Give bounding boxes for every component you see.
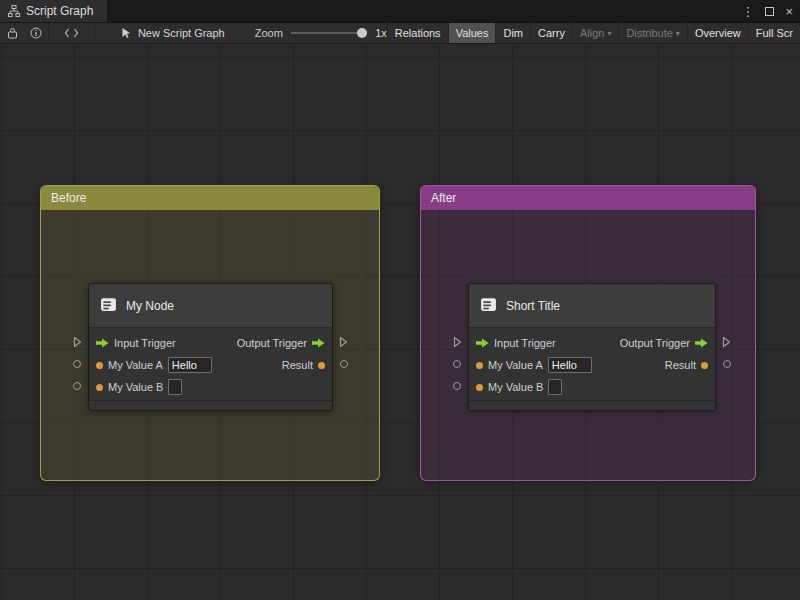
value-port-icon xyxy=(476,362,483,369)
chevron-down-icon: ▾ xyxy=(676,29,680,38)
flow-arrow-icon xyxy=(476,338,489,348)
zoom-knob[interactable] xyxy=(357,28,367,38)
flow-arrow-icon xyxy=(312,338,325,348)
value-b-input[interactable] xyxy=(548,379,562,395)
port-row: My Value A Result xyxy=(469,354,715,376)
node-header[interactable]: Short Title xyxy=(469,284,715,328)
toolbar-button-distribute[interactable]: Distribute▾ xyxy=(618,23,686,43)
port-row: Input Trigger Output Trigger xyxy=(89,332,332,354)
port-label: My Value B xyxy=(488,381,543,393)
port-row: My Value B xyxy=(469,376,715,398)
unit-icon xyxy=(100,296,117,316)
lock-icon[interactable] xyxy=(0,23,24,43)
port-label: Result xyxy=(665,359,696,371)
tab-script-graph[interactable]: Script Graph xyxy=(0,0,107,22)
port-label: Input Trigger xyxy=(494,337,556,349)
group-before-header[interactable]: Before xyxy=(41,186,379,210)
info-icon[interactable] xyxy=(24,23,48,43)
node-footer xyxy=(469,400,715,410)
node-ports: Input Trigger Output Trigger My Value A … xyxy=(89,328,332,400)
value-b-input[interactable] xyxy=(168,379,182,395)
window-controls: ⋮ × xyxy=(741,0,793,22)
value-port-icon xyxy=(318,362,325,369)
zoom-value: 1x xyxy=(375,27,387,39)
value-port-icon xyxy=(96,362,103,369)
value-port-icon xyxy=(476,384,483,391)
result-port[interactable] xyxy=(340,360,348,368)
close-icon[interactable]: × xyxy=(785,5,793,18)
port-label: My Value A xyxy=(108,359,163,371)
node-my-node[interactable]: My Node Input Trigger Output Trigger xyxy=(88,283,333,411)
value-a-input[interactable] xyxy=(548,357,592,373)
port-label: Output Trigger xyxy=(620,337,690,349)
output-trigger-port[interactable] xyxy=(722,336,731,348)
input-trigger-port[interactable] xyxy=(453,336,462,348)
node-footer xyxy=(89,400,332,410)
graph-canvas[interactable]: Before After My Node xyxy=(0,44,800,600)
unit-icon xyxy=(480,296,497,316)
toolbar-button-fullscreen[interactable]: Full Scr xyxy=(748,23,800,43)
flow-arrow-icon xyxy=(695,338,708,348)
node-header[interactable]: My Node xyxy=(89,284,332,328)
zoom-slider[interactable] xyxy=(291,32,367,34)
value-b-port[interactable] xyxy=(453,382,461,390)
node-ports: Input Trigger Output Trigger My Value A … xyxy=(469,328,715,400)
tab-label: Script Graph xyxy=(26,4,93,18)
value-a-port[interactable] xyxy=(73,360,81,368)
port-label: My Value A xyxy=(488,359,543,371)
new-script-graph-button[interactable]: New Script Graph xyxy=(138,27,225,39)
toolbar-button-align[interactable]: Align▾ xyxy=(572,23,618,43)
graph-icon xyxy=(8,0,20,22)
port-label: Output Trigger xyxy=(237,337,307,349)
toolbar-divider xyxy=(94,22,95,44)
zoom-label: Zoom xyxy=(255,27,283,39)
toolbar-button-carry[interactable]: Carry xyxy=(530,23,572,43)
node-short-title[interactable]: Short Title Input Trigger Output Trigger xyxy=(468,283,716,411)
toolbar-button-overview[interactable]: Overview xyxy=(687,23,748,43)
node-title: Short Title xyxy=(506,299,560,313)
node-title: My Node xyxy=(126,299,174,313)
value-a-port[interactable] xyxy=(453,360,461,368)
toolbar-buttons: Relations Values Dim Carry Align▾ Distri… xyxy=(387,23,800,43)
port-label: Result xyxy=(282,359,313,371)
port-label: My Value B xyxy=(108,381,163,393)
toolbar-button-relations[interactable]: Relations xyxy=(387,23,448,43)
value-b-port[interactable] xyxy=(73,382,81,390)
maximize-icon[interactable] xyxy=(765,7,774,16)
group-after-header[interactable]: After xyxy=(421,186,755,210)
group-title: Before xyxy=(51,191,86,205)
chevron-down-icon: ▾ xyxy=(607,29,611,38)
menu-icon[interactable]: ⋮ xyxy=(741,5,754,18)
tab-bar: Script Graph ⋮ × xyxy=(0,0,800,22)
value-port-icon xyxy=(701,362,708,369)
toolbar-button-dim[interactable]: Dim xyxy=(495,23,530,43)
toolbar: New Script Graph Zoom 1x Relations Value… xyxy=(0,22,800,44)
toolbar-button-values[interactable]: Values xyxy=(448,23,496,43)
port-row: Input Trigger Output Trigger xyxy=(469,332,715,354)
code-icon[interactable] xyxy=(49,23,94,43)
group-title: After xyxy=(431,191,456,205)
result-port[interactable] xyxy=(723,360,731,368)
port-row: My Value B xyxy=(89,376,332,398)
value-a-input[interactable] xyxy=(168,357,212,373)
output-trigger-port[interactable] xyxy=(339,336,348,348)
port-label: Input Trigger xyxy=(114,337,176,349)
input-trigger-port[interactable] xyxy=(73,336,82,348)
value-port-icon xyxy=(96,384,103,391)
pointer-icon xyxy=(121,23,132,43)
flow-arrow-icon xyxy=(96,338,109,348)
port-row: My Value A Result xyxy=(89,354,332,376)
